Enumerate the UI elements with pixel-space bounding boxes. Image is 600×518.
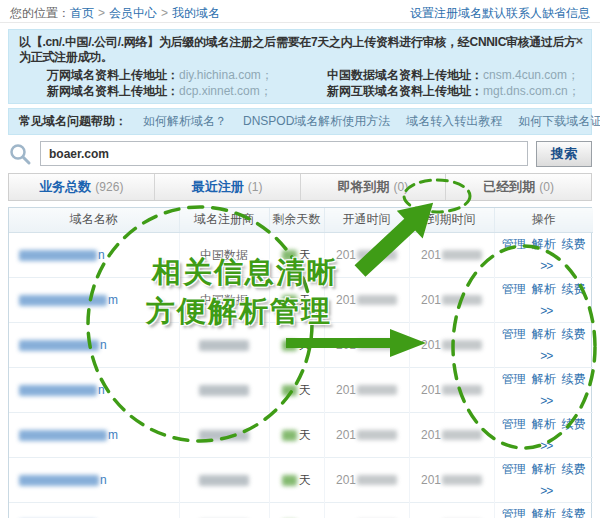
blurred-open-date (357, 475, 397, 485)
search-icon (8, 142, 32, 166)
manage-action-link[interactable]: 管理 (502, 282, 526, 296)
expire-date-prefix: 201 (421, 293, 441, 307)
manage-action-link[interactable]: 管理 (502, 462, 526, 476)
header-open-date: 开通时间 (324, 208, 409, 232)
domain-suffix: n (98, 383, 105, 397)
actions-cell: 管理解析续费>> (494, 412, 593, 457)
expire-date-prefix: 201 (421, 383, 441, 397)
tab-expiring-soon[interactable]: 即将到期(0) (301, 174, 447, 200)
resolve-action-link[interactable]: 解析 (532, 237, 556, 251)
actions-cell: 管理解析续费>> (494, 277, 593, 322)
domain-link[interactable]: n (19, 338, 107, 352)
domain-link[interactable]: n (19, 473, 107, 487)
search-bar: 搜索 (8, 140, 592, 167)
actions-cell: 管理解析续费>> (494, 232, 593, 277)
breadcrumb-separator: > (98, 6, 105, 20)
header-actions: 操作 (494, 208, 593, 232)
notice-text: 以【.cn/.中国/.公司/.网络】为后缀的域名注册之后需要在7天之内上传资料进… (19, 35, 581, 65)
blurred-domain-text (19, 385, 97, 396)
domain-link[interactable]: n (19, 383, 105, 397)
domain-management-page: 您的位置：首页>会员中心>我的域名 设置注册域名默认联系人缺省信息 以【.cn/… (0, 0, 600, 518)
close-icon[interactable]: × (575, 34, 583, 47)
upload-link-url[interactable]: cnsm.4cun.com； (483, 68, 579, 82)
resolve-action-link[interactable]: 解析 (532, 282, 556, 296)
tab-count: (0) (539, 180, 554, 194)
more-actions-link[interactable]: >> (540, 304, 552, 318)
open-date-cell: 201 (324, 367, 409, 412)
renew-action-link[interactable]: 续费 (562, 327, 586, 341)
renew-action-link[interactable]: 续费 (562, 237, 586, 251)
upload-link-url[interactable]: mgt.dns.com.cn； (483, 84, 580, 98)
expire-date-prefix: 201 (421, 428, 441, 442)
upload-link-item: 新网域名资料上传地址：dcp.xinnet.com； (47, 83, 327, 99)
domain-link[interactable]: m (19, 428, 118, 442)
tab-label: 业务总数 (39, 178, 91, 196)
resolve-action-link[interactable]: 解析 (532, 372, 556, 386)
domain-table: 域名名称 域名注册商 剩余天数 开通时间 到期时间 操作 n中国数据天20120… (9, 208, 593, 518)
open-date-cell: 201 (324, 232, 409, 277)
days-unit: 天 (299, 473, 311, 487)
domain-tabs: 业务总数(926) 最近注册(1) 即将到期(0) 已经到期(0) (8, 173, 592, 201)
breadcrumb-my-domains-link[interactable]: 我的域名 (172, 6, 220, 20)
manage-action-link[interactable]: 管理 (502, 327, 526, 341)
default-contact-settings-link[interactable]: 设置注册域名默认联系人缺省信息 (410, 5, 590, 22)
domain-suffix: n (98, 248, 105, 262)
blurred-expire-date (442, 250, 482, 260)
renew-action-link[interactable]: 续费 (562, 282, 586, 296)
manage-action-link[interactable]: 管理 (502, 507, 526, 518)
more-actions-link[interactable]: >> (540, 484, 552, 498)
upload-link-item: 中国数据域名资料上传地址：cnsm.4cun.com； (327, 67, 581, 83)
expire-date-prefix: 201 (421, 473, 441, 487)
blurred-registrar-text (199, 430, 249, 441)
manage-action-link[interactable]: 管理 (502, 372, 526, 386)
faq-link-transfer[interactable]: 域名转入转出教程 (406, 113, 502, 130)
expire-date-cell: 201 (409, 277, 494, 322)
blurred-domain-text (19, 340, 99, 351)
tab-expired[interactable]: 已经到期(0) (446, 174, 591, 200)
upload-links-grid: 万网域名资料上传地址：diy.hichina.com； 中国数据域名资料上传地址… (47, 67, 581, 99)
faq-link-resolve[interactable]: 如何解析域名？ (143, 113, 227, 130)
renew-action-link[interactable]: 续费 (562, 372, 586, 386)
renew-action-link[interactable]: 续费 (562, 507, 586, 518)
expire-date-cell: 201 (409, 322, 494, 367)
renew-action-link[interactable]: 续费 (562, 417, 586, 431)
open-date-cell: 201 (324, 502, 409, 518)
resolve-action-link[interactable]: 解析 (532, 417, 556, 431)
domain-search-input[interactable] (40, 141, 528, 166)
tab-count: (1) (248, 180, 263, 194)
more-actions-link[interactable]: >> (540, 439, 552, 453)
header-registrar: 域名注册商 (179, 208, 269, 232)
open-date-prefix: 201 (336, 293, 356, 307)
breadcrumb-home-link[interactable]: 首页 (70, 6, 94, 20)
tab-total-business[interactable]: 业务总数(926) (9, 174, 155, 200)
resolve-action-link[interactable]: 解析 (532, 327, 556, 341)
days-unit: 天 (299, 248, 311, 262)
table-row: n天201201管理解析续费>> (9, 502, 593, 518)
domain-link[interactable]: n (19, 248, 105, 262)
domain-cell: n (9, 322, 179, 367)
renew-action-link[interactable]: 续费 (562, 462, 586, 476)
faq-link-certificate[interactable]: 如何下载域名证书？ (518, 113, 600, 130)
blurred-domain-text (19, 250, 97, 261)
upload-link-url[interactable]: diy.hichina.com； (179, 68, 273, 82)
upload-link-item: 万网域名资料上传地址：diy.hichina.com； (47, 67, 327, 83)
breadcrumb-member-center-link[interactable]: 会员中心 (109, 6, 157, 20)
days-remaining-cell: 天 (269, 457, 324, 502)
domain-link[interactable]: m (19, 293, 118, 307)
resolve-action-link[interactable]: 解析 (532, 462, 556, 476)
open-date-cell: 201 (324, 277, 409, 322)
more-actions-link[interactable]: >> (540, 394, 552, 408)
manage-action-link[interactable]: 管理 (502, 417, 526, 431)
blurred-open-date (357, 340, 397, 350)
search-button[interactable]: 搜索 (536, 141, 592, 167)
resolve-action-link[interactable]: 解析 (532, 507, 556, 518)
faq-link-dnspod[interactable]: DNSPOD域名解析使用方法 (243, 113, 390, 130)
table-row: n天201201管理解析续费>> (9, 457, 593, 502)
manage-action-link[interactable]: 管理 (502, 237, 526, 251)
open-date-cell: 201 (324, 322, 409, 367)
more-actions-link[interactable]: >> (540, 349, 552, 363)
upload-link-url[interactable]: dcp.xinnet.com； (179, 84, 272, 98)
table-header-row: 域名名称 域名注册商 剩余天数 开通时间 到期时间 操作 (9, 208, 593, 232)
tab-recently-registered[interactable]: 最近注册(1) (155, 174, 301, 200)
more-actions-link[interactable]: >> (540, 259, 552, 273)
